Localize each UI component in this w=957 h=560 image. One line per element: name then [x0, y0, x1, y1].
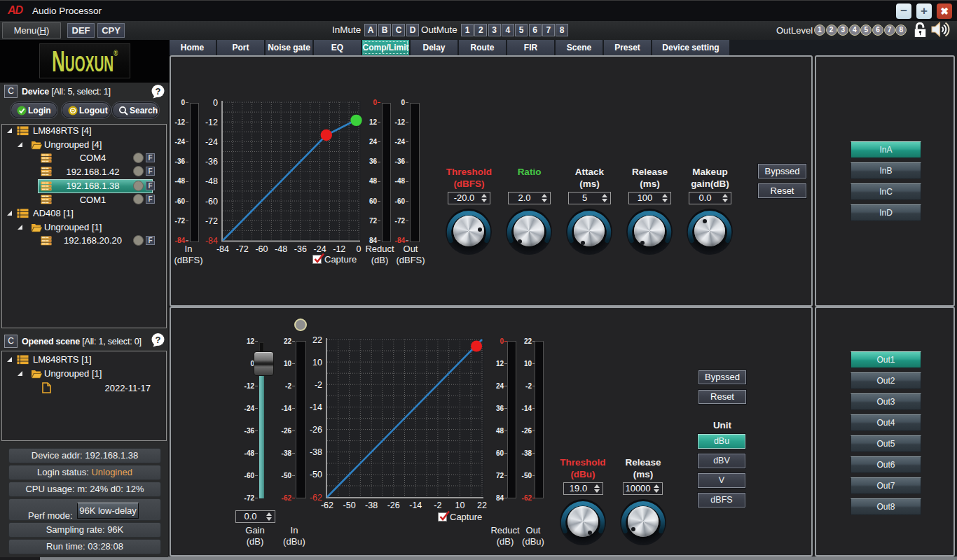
svg-text:-72: -72: [205, 216, 218, 226]
svg-text:0: 0: [213, 98, 218, 108]
svg-text:-24: -24: [314, 244, 326, 254]
svg-text:-50: -50: [310, 470, 322, 479]
svg-text:-36: -36: [205, 157, 218, 167]
svg-text:-60: -60: [255, 244, 268, 254]
svg-text:-48: -48: [275, 244, 287, 254]
svg-text:10: 10: [312, 358, 322, 368]
svg-text:-72: -72: [236, 244, 249, 254]
svg-text:-60: -60: [205, 197, 218, 206]
svg-text:-38: -38: [310, 447, 322, 457]
svg-text:22: 22: [477, 500, 487, 510]
svg-text:-14: -14: [409, 500, 422, 510]
svg-text:-14: -14: [310, 402, 322, 412]
svg-text:-38: -38: [365, 500, 378, 510]
svg-text:10: 10: [455, 500, 464, 510]
svg-text:-24: -24: [205, 137, 218, 147]
svg-text:-12: -12: [333, 244, 345, 254]
svg-text:22: 22: [312, 335, 322, 345]
svg-text:0: 0: [357, 244, 362, 254]
svg-text:-12: -12: [205, 118, 218, 127]
svg-text:-36: -36: [294, 244, 307, 254]
svg-text:-26: -26: [310, 425, 322, 435]
svg-text:-84: -84: [216, 244, 229, 254]
svg-text:?: ?: [156, 335, 161, 345]
svg-text:-2: -2: [315, 380, 322, 390]
svg-text:-26: -26: [387, 500, 400, 510]
svg-text:-62: -62: [321, 500, 333, 510]
svg-text:-2: -2: [434, 500, 441, 510]
svg-text:-48: -48: [205, 176, 218, 186]
svg-text:-50: -50: [343, 500, 356, 510]
svg-text:?: ?: [156, 86, 161, 97]
